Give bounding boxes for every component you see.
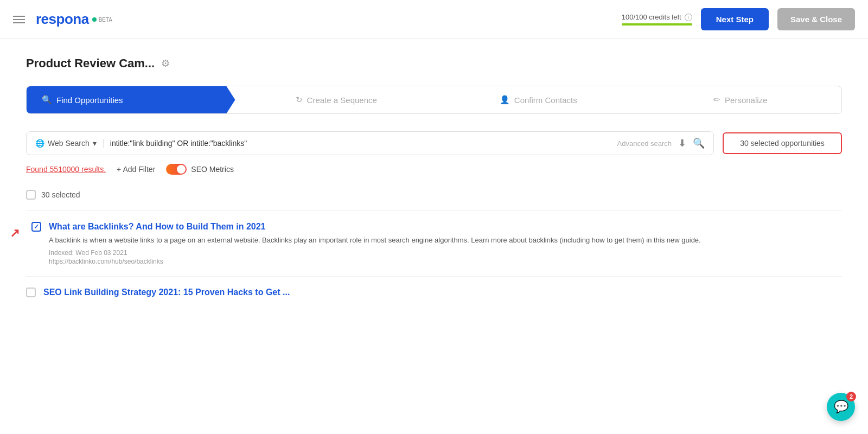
main-content: Product Review Cam... ⚙ 🔍 Find Opportuni… <box>0 39 868 329</box>
result-checkbox-1[interactable] <box>31 222 41 232</box>
result-desc-1: A backlink is when a website links to a … <box>49 235 842 246</box>
result-title-2[interactable]: SEO Link Building Strategy 2021: 15 Prov… <box>43 288 842 297</box>
result-item-1: ↗ What are Backlinks? And How to Build T… <box>26 210 842 276</box>
edit-icon: ✏ <box>713 95 720 105</box>
header: respona BETA 100/100 credits left i Next… <box>0 0 868 39</box>
steps-nav: 🔍 Find Opportunities ↻ Create a Sequence… <box>26 86 842 114</box>
result-title-1[interactable]: What are Backlinks? And How to Build The… <box>49 222 842 232</box>
search-bar: 🌐 Web Search ▾ Advanced search ⬇ 🔍 <box>26 131 714 155</box>
result-indexed-1: Indexed: Wed Feb 03 2021 <box>49 249 842 257</box>
chevron-down-icon: ▾ <box>93 139 97 148</box>
result-url-1[interactable]: https://backlinko.com/hub/seo/backlinks <box>49 258 842 265</box>
search-type-selector[interactable]: 🌐 Web Search ▾ <box>35 139 104 148</box>
download-icon[interactable]: ⬇ <box>678 137 686 149</box>
step-create-sequence[interactable]: ↻ Create a Sequence <box>235 86 438 113</box>
results-count[interactable]: Found 5510000 results. <box>26 165 106 174</box>
step-find-opportunities[interactable]: 🔍 Find Opportunities <box>27 86 235 113</box>
result-checkbox-2[interactable] <box>26 288 36 297</box>
campaign-title: Product Review Cam... <box>26 56 155 71</box>
results-section: 30 selected ↗ What are Backlinks? And Ho… <box>26 190 842 311</box>
seo-metrics-toggle[interactable] <box>166 164 187 175</box>
step-contacts-label: Confirm Contacts <box>514 95 577 105</box>
seo-metrics-toggle-container: SEO Metrics <box>166 164 234 175</box>
select-all-label: 30 selected <box>41 190 80 199</box>
step-personalize[interactable]: ✏ Personalize <box>640 86 842 113</box>
globe-icon: 🌐 <box>35 139 44 148</box>
advanced-search-label: Advanced search <box>617 139 672 148</box>
select-all-checkbox[interactable] <box>26 190 36 200</box>
arrow-indicator: ↗ <box>10 226 20 240</box>
credits-bar-bg <box>622 23 692 25</box>
logo-text: respona <box>36 11 89 28</box>
logo-dot <box>92 17 97 22</box>
credits-container: 100/100 credits left i <box>622 13 692 25</box>
refresh-icon: ↻ <box>296 95 303 105</box>
search-icon: 🔍 <box>42 95 52 105</box>
step-confirm-contacts[interactable]: 👤 Confirm Contacts <box>437 86 640 113</box>
next-step-button[interactable]: Next Step <box>701 8 769 30</box>
credits-value: 100/100 credits left <box>622 13 681 21</box>
step-find-label: Find Opportunities <box>56 95 123 105</box>
add-filter-button[interactable]: + Add Filter <box>117 165 155 174</box>
campaign-title-row: Product Review Cam... ⚙ <box>26 56 842 71</box>
logo-beta: BETA <box>99 17 112 23</box>
credits-bar-fill <box>622 23 692 25</box>
save-close-button[interactable]: Save & Close <box>777 8 855 30</box>
result-content-1: What are Backlinks? And How to Build The… <box>49 222 842 265</box>
logo: respona BETA <box>36 11 112 28</box>
menu-icon[interactable] <box>13 16 25 23</box>
selected-opportunities-button[interactable]: 30 selected opportunities <box>723 132 842 154</box>
seo-metrics-label: SEO Metrics <box>191 165 234 174</box>
credits-text: 100/100 credits left i <box>622 13 692 21</box>
settings-icon[interactable]: ⚙ <box>161 58 170 69</box>
credits-info-icon[interactable]: i <box>685 14 692 21</box>
result-content-2: SEO Link Building Strategy 2021: 15 Prov… <box>43 288 842 301</box>
search-input[interactable] <box>110 139 611 148</box>
filters-row: Found 5510000 results. + Add Filter SEO … <box>26 164 842 175</box>
step-sequence-label: Create a Sequence <box>307 95 377 105</box>
result-item-2: SEO Link Building Strategy 2021: 15 Prov… <box>26 276 842 311</box>
select-all-row: 30 selected <box>26 190 842 200</box>
search-action-icons: ⬇ 🔍 <box>678 137 705 149</box>
header-right: 100/100 credits left i Next Step Save & … <box>622 8 855 30</box>
step-personalize-label: Personalize <box>725 95 767 105</box>
search-type-label: Web Search <box>48 139 90 148</box>
search-submit-icon[interactable]: 🔍 <box>693 137 705 149</box>
user-icon: 👤 <box>500 95 510 105</box>
search-area: 🌐 Web Search ▾ Advanced search ⬇ 🔍 30 se… <box>26 131 842 155</box>
